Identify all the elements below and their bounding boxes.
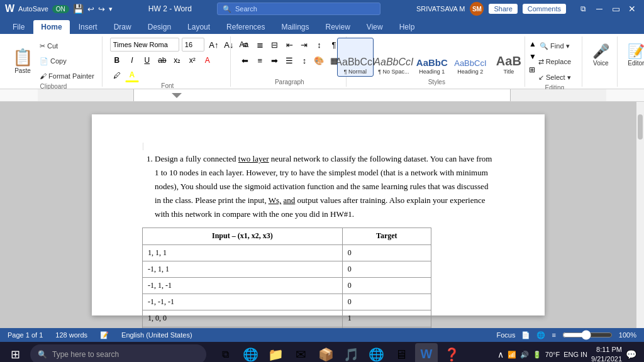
style-no-spacing[interactable]: AaBbCcI ¶ No Spac... [375, 38, 412, 77]
increase-indent-btn[interactable]: ⇥ [297, 38, 311, 52]
dictate-btn[interactable]: 🎤 Voice [590, 39, 612, 70]
tab-file[interactable]: File [5, 20, 32, 34]
superscript-btn[interactable]: x² [186, 53, 199, 67]
style-normal-preview: AaBbCcI [337, 57, 375, 67]
style-h1-preview: AaBbC [416, 58, 448, 67]
maximize-btn[interactable]: ▭ [609, 2, 623, 16]
taskbar-file-explorer[interactable]: 📁 [264, 343, 287, 362]
align-center-btn[interactable]: ≡ [253, 53, 267, 67]
line-spacing-btn[interactable]: ↕ [297, 53, 311, 67]
redo-icon[interactable]: ↪ [98, 4, 105, 14]
focus-label[interactable]: Focus [496, 331, 515, 339]
taskbar-chevron[interactable]: ∧ [497, 349, 504, 359]
increase-font-btn[interactable]: A↑ [207, 38, 221, 52]
network-icon: 📶 [508, 351, 516, 359]
view-icon-outline[interactable]: ≡ [552, 331, 555, 339]
italic-btn[interactable]: I [125, 53, 139, 67]
table-row: 1, 0, 01 [143, 310, 431, 327]
highlight-btn[interactable]: 🖊 [110, 69, 124, 82]
taskbar-search[interactable]: 🔍 Type here to search [30, 344, 206, 362]
replace-btn[interactable]: ⇄ Replace [533, 55, 577, 69]
scroll-area[interactable]: | Design a fully connected two layer neu… [0, 102, 636, 328]
tab-insert[interactable]: Insert [71, 20, 105, 34]
language[interactable]: English (United States) [121, 331, 192, 339]
bullets-btn[interactable]: ≡ [238, 38, 252, 52]
styles-area: AaBbCcI ¶ Normal AaBbCcI ¶ No Spac... Aa… [337, 36, 536, 77]
user-name: SRIVATSAVA M [416, 5, 465, 13]
taskbar-dropbox[interactable]: 📦 [314, 343, 337, 362]
editor-btn[interactable]: 📝 Editor [625, 39, 644, 70]
copy-button[interactable]: 📄 Copy [37, 54, 97, 68]
sort-btn[interactable]: ↕ [313, 38, 326, 52]
notification-btn[interactable]: 💬 [626, 349, 636, 359]
text-color-btn[interactable]: A [125, 69, 139, 82]
find-btn[interactable]: 🔍 Find ▾ [533, 39, 577, 53]
strikethrough-btn[interactable]: ab [155, 53, 169, 67]
style-normal[interactable]: AaBbCcI ¶ Normal [337, 38, 374, 77]
view-icon-print[interactable]: 📄 [521, 331, 530, 339]
share-btn[interactable]: Share [489, 4, 517, 14]
document-page[interactable]: | Design a fully connected two layer neu… [92, 114, 545, 315]
tab-design[interactable]: Design [140, 20, 179, 34]
taskbar-word[interactable]: W [415, 343, 438, 362]
bold-btn[interactable]: B [110, 53, 124, 67]
tab-review[interactable]: Review [318, 20, 358, 34]
cut-button[interactable]: ✂ Cut [37, 39, 97, 53]
scroll-thumb[interactable] [638, 114, 643, 140]
zoom-level[interactable]: 100% [619, 331, 636, 339]
app-title: HW 2 - Word [148, 4, 192, 13]
style-no-spacing-label: ¶ No Spac... [378, 69, 409, 75]
taskbar-task-view[interactable]: ⧉ [214, 343, 236, 362]
tab-mailings[interactable]: Mailings [274, 20, 316, 34]
speaker-icon[interactable]: 🔊 [520, 351, 529, 359]
paste-button[interactable]: 📋 Paste [10, 44, 35, 79]
decrease-indent-btn[interactable]: ⇤ [283, 38, 297, 52]
close-btn[interactable]: ✕ [625, 2, 639, 16]
taskbar-date-display: 9/21/2021 [591, 354, 622, 362]
table-row: -1, -1, -10 [143, 294, 431, 310]
underline-btn[interactable]: U [140, 53, 154, 67]
minimize-btn[interactable]: ─ [592, 2, 606, 16]
taskbar-edge[interactable]: 🌐 [239, 343, 262, 362]
shading-btn[interactable]: 🎨 [313, 53, 326, 67]
justify-btn[interactable]: ☰ [283, 53, 297, 67]
user-avatar[interactable]: SM [470, 2, 484, 16]
undo-icon[interactable]: ↩ [87, 4, 94, 14]
comments-btn[interactable]: Comments [523, 4, 566, 14]
font-size-input[interactable] [182, 38, 204, 52]
select-btn[interactable]: ↙ Select ▾ [533, 70, 577, 84]
multilevel-btn[interactable]: ⊟ [268, 38, 282, 52]
view-icon-web[interactable]: 🌐 [536, 331, 545, 339]
tab-help[interactable]: Help [392, 20, 423, 34]
save-icon[interactable]: 💾 [73, 4, 84, 14]
tile-windows-btn[interactable]: ⧉ [576, 2, 590, 16]
taskbar-clock[interactable]: 8:11 PM 9/21/2021 [591, 345, 622, 362]
align-left-btn[interactable]: ⬅ [238, 53, 252, 67]
tab-home[interactable]: Home [33, 20, 69, 34]
tab-draw[interactable]: Draw [106, 20, 139, 34]
taskbar-spotify[interactable]: 🎵 [340, 343, 362, 362]
vertical-scrollbar[interactable] [636, 102, 644, 328]
style-h2-label: Heading 2 [457, 69, 483, 75]
style-heading2[interactable]: AaBbCcI Heading 2 [452, 38, 489, 77]
taskbar-virtualbox[interactable]: 🖥 [390, 343, 413, 362]
numbering-btn[interactable]: ≣ [253, 38, 267, 52]
zoom-slider[interactable] [562, 330, 613, 340]
taskbar-mail[interactable]: ✉ [289, 343, 312, 362]
ribbon-tabs: File Home Insert Draw Design Layout Refe… [0, 18, 644, 34]
font-color-btn[interactable]: A [201, 53, 214, 67]
font-family-input[interactable] [110, 38, 179, 52]
start-button[interactable]: ⊞ [3, 343, 28, 362]
style-heading1[interactable]: AaBbC Heading 1 [414, 38, 450, 77]
tab-layout[interactable]: Layout [180, 20, 218, 34]
search-box[interactable]: 🔍 Search [217, 3, 380, 15]
tab-view[interactable]: View [359, 20, 391, 34]
format-painter-button[interactable]: 🖌 Format Painter [37, 69, 97, 83]
taskbar-chrome[interactable]: 🌐 [365, 343, 387, 362]
style-title[interactable]: AaB Title [491, 38, 527, 77]
subscript-btn[interactable]: x₂ [170, 53, 184, 67]
align-right-btn[interactable]: ➡ [268, 53, 282, 67]
autosave-toggle[interactable]: ON [52, 5, 69, 13]
taskbar-help[interactable]: ❓ [440, 343, 463, 362]
tab-references[interactable]: References [219, 20, 272, 34]
